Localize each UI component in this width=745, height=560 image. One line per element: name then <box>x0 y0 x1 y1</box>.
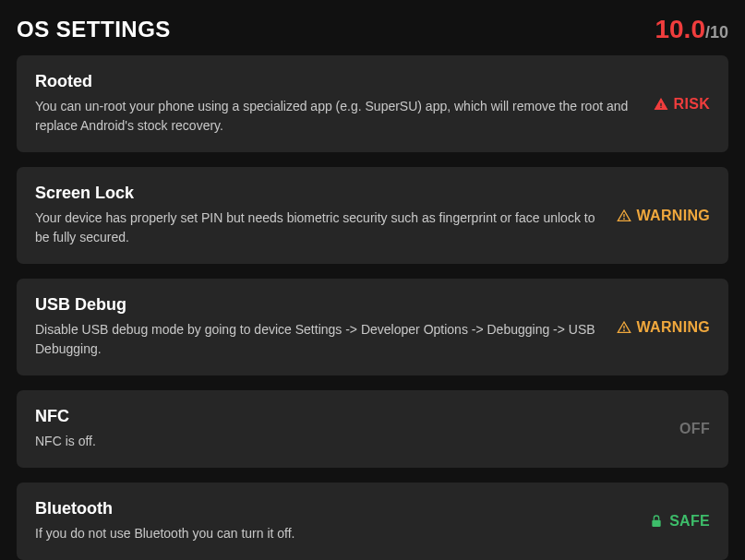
card-text: Bluetooth If you do not use Bluetooth yo… <box>35 499 634 543</box>
score: 10.0 /10 <box>655 15 728 44</box>
score-max: /10 <box>705 23 728 42</box>
status-badge-warning: WARNING <box>617 208 710 224</box>
alert-triangle-outline-icon <box>617 320 631 335</box>
card-desc: If you do not use Bluetooth you can turn… <box>35 524 634 543</box>
card-desc: Disable USB debug mode by going to devic… <box>35 320 602 359</box>
settings-list: Rooted You can un-root your phone using … <box>0 55 745 560</box>
svg-point-3 <box>623 330 624 331</box>
card-desc: You can un-root your phone using a speci… <box>35 97 639 136</box>
card-desc: Your device has properly set PIN but nee… <box>35 209 602 247</box>
card-desc: NFC is off. <box>35 432 665 451</box>
card-title: NFC <box>35 407 665 426</box>
alert-triangle-outline-icon <box>617 209 631 223</box>
status-label: WARNING <box>637 208 710 224</box>
card-text: Rooted You can un-root your phone using … <box>35 72 639 136</box>
status-badge-warning: WARNING <box>617 319 710 336</box>
lock-icon <box>649 514 664 529</box>
status-badge-safe: SAFE <box>649 513 710 530</box>
score-value: 10.0 <box>655 15 705 44</box>
card-text: USB Debug Disable USB debug mode by goin… <box>35 295 602 359</box>
alert-triangle-icon <box>654 97 668 112</box>
svg-point-1 <box>623 219 624 220</box>
card-title: Bluetooth <box>35 499 634 518</box>
header: OS SETTINGS 10.0 /10 <box>0 0 745 55</box>
card-title: Rooted <box>35 72 639 91</box>
status-badge-off: OFF <box>679 421 710 437</box>
card-usb-debug[interactable]: USB Debug Disable USB debug mode by goin… <box>17 279 728 375</box>
status-label: OFF <box>679 421 710 437</box>
card-screen-lock[interactable]: Screen Lock Your device has properly set… <box>17 167 728 264</box>
card-text: NFC NFC is off. <box>35 407 665 451</box>
card-title: USB Debug <box>35 295 602 315</box>
card-bluetooth[interactable]: Bluetooth If you do not use Bluetooth yo… <box>17 483 728 560</box>
card-title: Screen Lock <box>35 184 602 203</box>
status-label: WARNING <box>637 319 710 336</box>
card-text: Screen Lock Your device has properly set… <box>35 184 602 247</box>
page-title: OS SETTINGS <box>17 17 171 42</box>
status-label: RISK <box>674 96 710 113</box>
card-nfc[interactable]: NFC NFC is off. OFF <box>17 390 728 468</box>
card-rooted[interactable]: Rooted You can un-root your phone using … <box>17 55 728 152</box>
status-badge-risk: RISK <box>654 96 710 113</box>
status-label: SAFE <box>669 513 710 530</box>
svg-rect-4 <box>652 520 660 527</box>
